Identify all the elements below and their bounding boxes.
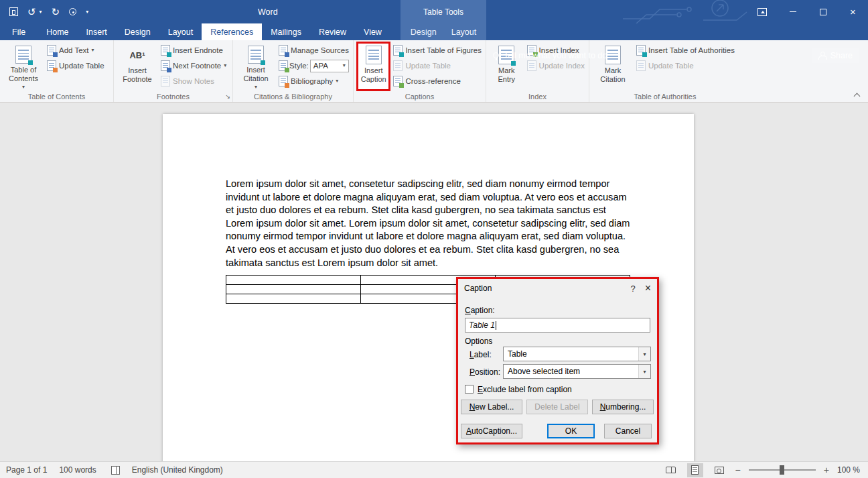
touch-mode-icon[interactable] — [69, 8, 76, 15]
zoom-in-button[interactable]: + — [824, 465, 829, 475]
new-label-button[interactable]: New Label... — [461, 400, 522, 414]
tab-mailings[interactable]: Mailings — [262, 23, 310, 40]
minimize-icon — [790, 11, 796, 12]
manage-sources-button[interactable]: Manage Sources — [279, 45, 349, 56]
redo-icon[interactable]: ↻ — [52, 7, 60, 17]
print-layout-icon — [691, 465, 699, 475]
page-indicator[interactable]: Page 1 of 1 — [6, 465, 47, 475]
exclude-label-checkbox[interactable] — [465, 385, 474, 394]
language-indicator[interactable]: English (United Kingdom) — [132, 465, 223, 475]
web-layout-button[interactable] — [711, 463, 727, 477]
insert-table-of-authorities-icon — [636, 45, 646, 56]
read-mode-button[interactable] — [663, 463, 679, 477]
chevron-down-icon: ▾ — [224, 63, 226, 68]
insert-table-of-authorities-button[interactable]: Insert Table of Authorities — [636, 45, 735, 56]
tab-file[interactable]: File — [0, 23, 38, 40]
insert-table-of-figures-button[interactable]: Insert Table of Figures — [393, 45, 482, 56]
table-of-contents-button[interactable]: Table of Contents ▾ — [4, 43, 43, 90]
group-table-of-contents: Table of Contents ▾ Add Text ▾ Update Ta… — [0, 40, 114, 102]
text-cursor — [496, 321, 496, 330]
style-icon — [279, 60, 288, 71]
caption-input[interactable]: Table 1 — [465, 318, 650, 333]
label-dropdown[interactable]: Table ▾ — [503, 347, 651, 361]
tab-review[interactable]: Review — [310, 23, 355, 40]
close-icon[interactable]: × — [645, 283, 651, 294]
chevron-down-icon: ▾ — [92, 48, 94, 53]
collapse-ribbon-icon[interactable] — [854, 92, 860, 98]
help-icon[interactable]: ? — [630, 284, 635, 294]
footnotes-dialog-launcher-icon[interactable]: ↘ — [225, 94, 230, 100]
cancel-button[interactable]: Cancel — [604, 424, 652, 438]
caption-dialog-titlebar[interactable]: Caption ? × — [458, 279, 657, 298]
bibliography-button[interactable]: Bibliography ▾ — [279, 76, 349, 86]
group-label-table-of-contents: Table of Contents — [0, 93, 113, 101]
customize-qat-icon[interactable]: ▾ — [86, 9, 88, 15]
zoom-out-button[interactable]: − — [735, 465, 741, 475]
numbering-button[interactable]: Numbering... — [592, 400, 654, 414]
show-notes-button[interactable]: Show Notes — [161, 76, 226, 86]
tab-layout[interactable]: Layout — [159, 23, 202, 40]
tell-me-box[interactable]: Tell me what you want to do... — [493, 47, 614, 64]
zoom-slider[interactable] — [749, 465, 816, 475]
update-table-captions-button[interactable]: Update Table — [393, 60, 482, 71]
zoom-level[interactable]: 100 % — [837, 465, 860, 475]
position-dropdown[interactable]: Above selected item ▾ — [503, 364, 651, 379]
zoom-slider-thumb[interactable] — [780, 465, 784, 475]
word-count[interactable]: 100 words — [59, 465, 96, 475]
undo-dropdown-icon[interactable]: ▾ — [40, 9, 42, 15]
tab-table-design[interactable]: Design — [405, 23, 443, 40]
tab-table-layout[interactable]: Layout — [445, 23, 483, 40]
tab-insert[interactable]: Insert — [78, 23, 116, 40]
show-notes-icon — [161, 76, 170, 86]
tab-home[interactable]: Home — [38, 23, 77, 40]
update-table-icon — [47, 60, 56, 71]
table-tools-contextual-block: Table Tools Design Layout — [401, 0, 486, 40]
insert-footnote-icon: AB¹ — [129, 46, 145, 64]
group-label-citations: Citations & Bibliography — [233, 93, 353, 101]
app-title: Word — [258, 0, 278, 23]
style-dropdown[interactable]: APA ▾ — [310, 60, 349, 72]
close-button[interactable]: × — [838, 0, 868, 23]
document-paragraph[interactable]: Lorem ipsum dolor sit amet, consetetur s… — [226, 178, 633, 270]
maximize-icon — [820, 9, 826, 15]
minimize-button[interactable] — [778, 0, 808, 23]
chevron-down-icon[interactable]: ▾ — [638, 365, 650, 378]
insert-endnote-icon — [161, 45, 170, 56]
chevron-down-icon: ▾ — [22, 84, 25, 90]
table-of-contents-icon — [15, 46, 31, 64]
save-icon[interactable] — [9, 7, 18, 16]
caption-dialog: Caption ? × Caption: Table 1 Options Lab… — [456, 277, 659, 444]
group-captions: Insert Caption Insert Table of Figures U… — [354, 40, 486, 102]
insert-footnote-button[interactable]: AB¹ Insert Footnote — [118, 43, 157, 90]
insert-caption-button[interactable]: Insert Caption — [358, 43, 389, 90]
tab-design[interactable]: Design — [116, 23, 159, 40]
update-table-authorities-button[interactable]: Update Table — [636, 60, 735, 71]
insert-endnote-button[interactable]: Insert Endnote — [161, 45, 226, 56]
quick-access-toolbar: ↺ ▾ ↻ ▾ — [9, 0, 88, 23]
insert-citation-button[interactable]: Insert Citation ▾ — [237, 43, 275, 90]
tell-me-label: Tell me what you want to do... — [504, 51, 614, 60]
web-layout-icon — [715, 467, 724, 474]
caption-field-label: Caption: — [465, 306, 495, 315]
share-label: Share — [830, 51, 853, 60]
ok-button[interactable]: OK — [547, 424, 595, 438]
maximize-button[interactable] — [808, 0, 838, 23]
insert-caption-icon — [366, 46, 382, 64]
autocaption-button[interactable]: AutoCaption... — [461, 424, 522, 438]
cross-reference-button[interactable]: Cross-reference — [393, 76, 482, 86]
proofing-errors-icon[interactable] — [111, 466, 120, 475]
delete-label-button[interactable]: Delete Label — [526, 400, 588, 414]
lightbulb-icon — [493, 52, 499, 58]
ribbon-display-options-button[interactable] — [747, 0, 778, 23]
next-footnote-icon — [161, 60, 170, 71]
chevron-down-icon[interactable]: ▾ — [638, 347, 650, 361]
share-button[interactable]: Share — [812, 48, 859, 63]
tab-references[interactable]: References — [202, 23, 262, 40]
next-footnote-button[interactable]: Next Footnote ▾ — [161, 60, 226, 71]
print-layout-button[interactable] — [687, 463, 703, 477]
undo-icon[interactable]: ↺ — [27, 7, 36, 17]
group-label-footnotes: Footnotes — [114, 93, 232, 101]
tab-view[interactable]: View — [355, 23, 390, 40]
add-text-button[interactable]: Add Text ▾ — [47, 45, 104, 56]
update-table-button[interactable]: Update Table — [47, 60, 104, 71]
